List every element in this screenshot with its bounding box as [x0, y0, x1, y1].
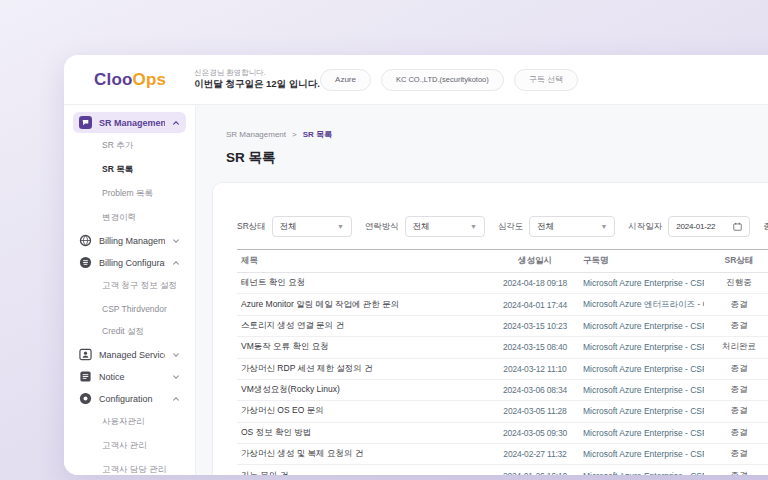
billing-management-icon	[79, 234, 92, 247]
sr-title-cell[interactable]: 스토리지 생성 연결 문의 건	[237, 316, 491, 336]
sr-subscription-cell: Microsoft Azure 엔터프라이즈 - CSP	[579, 294, 704, 314]
sr-created-cell: 2024-04-01 17:44	[491, 295, 579, 313]
sr-created-cell: 2024-01-26 16:10	[491, 466, 579, 475]
column-header-title: 제목	[237, 250, 491, 272]
sr-status-cell: 종결	[704, 401, 768, 421]
sr-title-cell[interactable]: 가상머신 OS EO 문의	[237, 401, 491, 421]
breadcrumb: SR Management > SR 목록	[226, 129, 768, 140]
table-row[interactable]: 가상머신 RDP 세션 제한 설정의 건2024-03-12 11:10Micr…	[237, 359, 768, 380]
sidebar-group-label: Notice	[99, 372, 165, 382]
start-date-value: 2024-01-22	[676, 222, 733, 231]
sr-status-cell: 진행중	[704, 273, 768, 293]
sr-subscription-cell: Microsoft Azure Enterprise - CSP	[579, 317, 704, 335]
sidebar-item-sr-management-0[interactable]: SR 추가	[73, 134, 186, 158]
filter-end-date: 종료일자 20	[763, 216, 768, 237]
filter-severity: 심각도 전체 ▼	[498, 216, 616, 237]
sr-created-cell: 2024-03-06 08:34	[491, 381, 579, 399]
table-row[interactable]: OS 정보 확인 방법2024-03-05 09:30Microsoft Azu…	[237, 423, 768, 444]
sr-title-cell[interactable]: 가상머신 RDP 세션 제한 설정의 건	[237, 359, 491, 379]
sr-title-cell[interactable]: 가상머신 생성 및 복제 요청의 건	[237, 444, 491, 464]
table-row[interactable]: VM동작 오류 확인 요청2024-03-15 08:40Microsoft A…	[237, 337, 768, 358]
sr-subscription-cell: Microsoft Azure Enterprise - CSP	[579, 338, 704, 356]
sr-title-cell[interactable]: 테넌트 확인 요청	[237, 273, 491, 293]
chevron-down-icon: ▼	[337, 223, 344, 230]
chevron-up-icon	[172, 259, 180, 267]
breadcrumb-parent[interactable]: SR Management	[226, 130, 286, 139]
sr-created-cell: 2024-03-05 09:30	[491, 424, 579, 442]
table-row[interactable]: 스토리지 생성 연결 문의 건2024-03-15 10:23Microsoft…	[237, 316, 768, 337]
filter-contact-method: 연락방식 전체 ▼	[365, 216, 485, 237]
sr-subscription-cell: Microsoft Azure Enterprise - CSP	[579, 402, 704, 420]
contact-method-select[interactable]: 전체 ▼	[405, 216, 485, 237]
csp-selector-pill[interactable]: Azure	[320, 69, 371, 91]
table-row[interactable]: 가상머신 생성 및 복제 요청의 건2024-02-27 11:32Micros…	[237, 444, 768, 465]
table-row[interactable]: VM생성요청(Rocky Linux)2024-03-06 08:34Micro…	[237, 380, 768, 401]
sr-created-cell: 2024-04-18 09:18	[491, 274, 579, 292]
sr-status-cell: 종결	[704, 423, 768, 443]
table-row[interactable]: 테넌트 확인 요청2024-04-18 09:18Microsoft Azure…	[237, 273, 768, 294]
logo-text-cloo: Cloo	[94, 70, 133, 89]
sidebar-group-configuration[interactable]: Configuration	[73, 388, 186, 409]
sidebar-item-sr-management-2[interactable]: Problem 목록	[73, 182, 186, 206]
chevron-down-icon	[172, 351, 180, 359]
customer-selector-pill[interactable]: KC CO.,LTD.(securitykotoo)	[381, 69, 504, 91]
sidebar-item-configuration-0[interactable]: 사용자관리	[73, 410, 186, 434]
sr-title-cell[interactable]: OS 정보 확인 방법	[237, 423, 491, 443]
sr-status-cell: 처리완료	[704, 337, 768, 357]
sr-status-cell: 종결	[704, 465, 768, 475]
table-body: 테넌트 확인 요청2024-04-18 09:18Microsoft Azure…	[237, 273, 768, 475]
greeting-block: 신은경님 환영합니다. 이번달 청구일은 12일 입니다.	[194, 68, 320, 91]
sidebar-group-managed-service[interactable]: Managed Service	[73, 344, 186, 365]
severity-select[interactable]: 전체 ▼	[529, 216, 615, 237]
sidebar-group-sr-management[interactable]: SR Management	[73, 112, 186, 133]
table-header-row: 제목 생성일시 구독명 SR상태	[237, 249, 768, 273]
app-window: ClooOps 신은경님 환영합니다. 이번달 청구일은 12일 입니다. Az…	[64, 55, 768, 475]
sidebar-group-label: Managed Service	[99, 350, 165, 360]
sr-title-cell[interactable]: Azure Monitor 알림 메일 작업에 관한 문의	[237, 294, 491, 314]
subscription-selector-pill[interactable]: 구독 선택	[514, 69, 578, 91]
sidebar-item-configuration-2[interactable]: 고객사 담당 관리	[73, 458, 186, 475]
filter-start-date: 시작일자 2024-01-22	[628, 216, 750, 237]
sidebar-item-configuration-1[interactable]: 고객사 관리	[73, 434, 186, 458]
sr-status-select[interactable]: 전체 ▼	[272, 216, 352, 237]
start-date-label: 시작일자	[628, 221, 662, 233]
sr-title-cell[interactable]: VM동작 오류 확인 요청	[237, 337, 491, 357]
sr-management-icon	[79, 116, 92, 129]
chevron-down-icon: ▼	[470, 223, 477, 230]
sidebar-item-sr-management-1[interactable]: SR 목록	[73, 158, 186, 182]
sidebar-item-billing-configuration-0[interactable]: 고객 청구 정보 설정	[73, 274, 186, 298]
chevron-down-icon	[172, 373, 180, 381]
contact-method-value: 전체	[413, 221, 470, 233]
sidebar-item-sr-management-3[interactable]: 변경이력	[73, 206, 186, 230]
sidebar-group-billing-management[interactable]: Billing Management	[73, 230, 186, 251]
sidebar-group-billing-configuration[interactable]: Billing Configuration	[73, 252, 186, 273]
sr-table: 제목 생성일시 구독명 SR상태 테넌트 확인 요청2024-04-18 09:…	[237, 249, 768, 475]
severity-value: 전체	[537, 221, 600, 233]
sr-title-cell[interactable]: VM생성요청(Rocky Linux)	[237, 380, 491, 400]
sr-created-cell: 2024-03-12 11:10	[491, 360, 579, 378]
table-row[interactable]: 가상머신 OS EO 문의2024-03-05 11:28Microsoft A…	[237, 401, 768, 422]
column-header-created: 생성일시	[491, 250, 579, 272]
sr-subscription-cell: Microsoft Azure Enterprise - CSP	[579, 274, 704, 292]
main-content: SR Management > SR 목록 SR 목록 SR상태 전체 ▼	[196, 105, 768, 475]
sidebar-item-billing-configuration-2[interactable]: Credit 설정	[73, 320, 186, 344]
sr-created-cell: 2024-02-27 11:32	[491, 445, 579, 463]
chevron-up-icon	[172, 119, 180, 127]
sidebar-group-label: Billing Configuration	[99, 258, 165, 268]
table-row[interactable]: 기능 문의 건2024-01-26 16:10Microsoft Azure E…	[237, 465, 768, 475]
chevron-down-icon: ▼	[600, 223, 607, 230]
sr-status-value: 전체	[280, 221, 337, 233]
sr-created-cell: 2024-03-05 11:28	[491, 402, 579, 420]
header-selectors: Azure KC CO.,LTD.(securitykotoo) 구독 선택	[320, 69, 768, 91]
severity-label: 심각도	[498, 221, 524, 233]
sr-list-card: SR상태 전체 ▼ 연락방식 전체 ▼ 심각도	[212, 182, 768, 475]
end-date-label: 종료일자	[763, 221, 768, 233]
sidebar-item-billing-configuration-1[interactable]: CSP Thirdvendor	[73, 298, 186, 320]
logo-text-ops: Ops	[133, 70, 167, 89]
sr-status-cell: 종결	[704, 294, 768, 314]
table-row[interactable]: Azure Monitor 알림 메일 작업에 관한 문의2024-04-01 …	[237, 294, 768, 315]
sr-status-cell: 종결	[704, 444, 768, 464]
sr-title-cell[interactable]: 기능 문의 건	[237, 465, 491, 475]
sidebar-group-notice[interactable]: Notice	[73, 366, 186, 387]
start-date-input[interactable]: 2024-01-22	[668, 216, 750, 237]
